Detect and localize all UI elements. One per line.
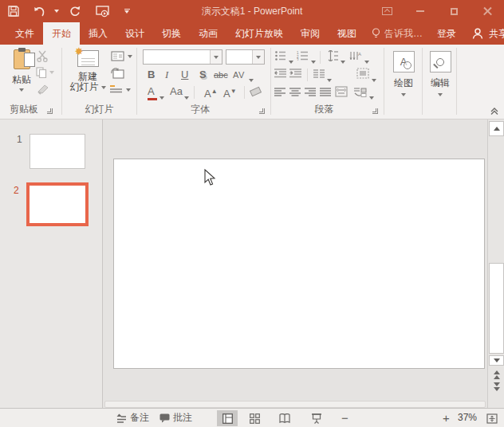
bullets-button[interactable]	[275, 51, 286, 61]
font-color-bar	[148, 98, 157, 100]
character-spacing-button[interactable]: AV	[233, 69, 245, 81]
underline-button[interactable]: U	[181, 69, 188, 81]
scrollbar-thumb[interactable]	[489, 263, 504, 354]
align-text-button[interactable]	[356, 68, 369, 79]
scroll-down-button[interactable]	[489, 355, 504, 366]
grow-font-button[interactable]: A▲	[204, 85, 218, 100]
comments-button[interactable]: 批注	[159, 409, 192, 427]
align-center-button[interactable]	[289, 88, 301, 96]
fit-to-window-icon	[486, 413, 498, 424]
reading-view-button[interactable]	[274, 410, 295, 426]
notes-button[interactable]: 备注	[116, 409, 149, 427]
slide-sorter-icon	[250, 413, 260, 424]
editing-search-icon	[430, 51, 451, 72]
tab-insert[interactable]: 插入	[80, 22, 116, 45]
collapse-ribbon-button[interactable]	[490, 108, 499, 116]
bullets-dropdown[interactable]	[289, 55, 293, 66]
zoom-percentage[interactable]: 37%	[453, 409, 482, 427]
tab-review[interactable]: 审阅	[292, 22, 329, 45]
columns-button[interactable]	[313, 69, 325, 78]
italic-button[interactable]: I	[165, 69, 168, 81]
shrink-font-button[interactable]: A▼	[223, 85, 237, 100]
font-name-combobox[interactable]	[143, 49, 222, 65]
tab-slideshow[interactable]: 幻灯片放映	[226, 22, 292, 45]
scroll-up-button[interactable]	[489, 121, 504, 136]
clipboard-dialog-launcher[interactable]	[46, 108, 54, 116]
font-size-combobox[interactable]	[226, 49, 265, 65]
chevron-down-icon	[289, 61, 293, 64]
font-size-dropdown[interactable]	[252, 50, 264, 64]
group-separator	[456, 48, 457, 115]
fit-slide-to-window-button[interactable]	[482, 410, 502, 426]
tab-view[interactable]: 视图	[329, 22, 365, 45]
minimize-button[interactable]	[404, 0, 437, 22]
change-case-button[interactable]: Aa	[170, 85, 183, 98]
ribbon-display-options-button[interactable]	[370, 0, 404, 22]
text-direction-button[interactable]: A	[349, 50, 362, 61]
numbering-dropdown[interactable]	[311, 55, 316, 66]
distribute-button[interactable]	[335, 86, 348, 97]
font-name-dropdown[interactable]	[210, 50, 222, 64]
font-color-button[interactable]: A	[148, 85, 155, 98]
slide-2-thumbnail-selected[interactable]	[26, 182, 89, 226]
bold-button[interactable]: B	[148, 69, 155, 81]
format-painter-button[interactable]	[37, 84, 49, 95]
change-case-dropdown[interactable]	[184, 91, 189, 102]
font-color-dropdown[interactable]	[159, 91, 164, 102]
columns-dropdown[interactable]	[327, 73, 332, 84]
strikethrough-button[interactable]: abc	[214, 69, 228, 81]
drawing-group-button[interactable]: A 绘图	[388, 48, 419, 113]
close-button[interactable]	[471, 0, 504, 22]
tab-animations[interactable]: 动画	[190, 22, 226, 45]
paragraph-dialog-launcher[interactable]	[372, 108, 380, 116]
text-direction-dropdown[interactable]	[364, 55, 369, 66]
clear-formatting-button[interactable]	[250, 88, 261, 95]
tab-home[interactable]: 开始	[43, 22, 80, 45]
slideshow-view-button[interactable]	[306, 410, 327, 426]
slide-sorter-view-button[interactable]	[244, 410, 265, 426]
tab-design[interactable]: 设计	[116, 22, 153, 45]
smartart-dropdown[interactable]	[369, 91, 374, 102]
vertical-scrollbar	[487, 119, 504, 408]
tab-file[interactable]: 文件	[6, 22, 43, 45]
horizontal-scrollbar[interactable]	[104, 401, 486, 408]
align-right-button[interactable]	[305, 88, 316, 96]
tab-transitions[interactable]: 切换	[153, 22, 190, 45]
character-spacing-dropdown[interactable]	[249, 73, 254, 84]
slide-canvas[interactable]	[113, 159, 485, 369]
next-slide-button[interactable]	[492, 382, 502, 391]
cut-button[interactable]	[37, 50, 49, 62]
chevron-down-icon	[49, 71, 54, 74]
line-spacing-button[interactable]	[326, 50, 338, 61]
slide-layout-button[interactable]	[111, 51, 132, 61]
font-dialog-launcher[interactable]	[258, 108, 266, 116]
paste-button[interactable]: 粘贴	[5, 48, 38, 104]
previous-slide-button[interactable]	[492, 370, 502, 379]
align-left-icon	[274, 88, 285, 96]
decrease-indent-button[interactable]	[274, 69, 286, 78]
person-icon	[472, 28, 484, 40]
maximize-button[interactable]	[437, 0, 471, 22]
slide-1-thumbnail[interactable]	[30, 134, 85, 169]
section-button[interactable]	[109, 84, 131, 95]
align-left-button[interactable]	[274, 88, 285, 96]
reset-slide-button[interactable]	[111, 68, 124, 79]
numbering-button[interactable]: 123	[297, 51, 309, 61]
paste-clipboard-icon	[14, 49, 30, 69]
tell-me-box[interactable]: 告诉我…	[365, 22, 429, 45]
sign-in-button[interactable]: 登录	[429, 22, 464, 45]
text-shadow-button[interactable]: S	[199, 69, 207, 81]
convert-to-smartart-button[interactable]	[353, 86, 367, 97]
align-text-dropdown[interactable]	[372, 73, 376, 84]
slideshow-view-icon	[311, 413, 322, 424]
zoom-in-button[interactable]: +	[443, 409, 450, 427]
editing-group-button[interactable]: 编辑	[425, 48, 455, 113]
line-spacing-dropdown[interactable]	[341, 55, 345, 66]
copy-button[interactable]	[36, 67, 54, 78]
minimize-icon	[416, 10, 424, 12]
share-button[interactable]: 共享	[464, 22, 504, 45]
justify-button[interactable]	[320, 88, 331, 96]
increase-indent-button[interactable]	[289, 69, 301, 78]
normal-view-button[interactable]	[217, 410, 238, 426]
zoom-out-button[interactable]: −	[341, 409, 348, 427]
